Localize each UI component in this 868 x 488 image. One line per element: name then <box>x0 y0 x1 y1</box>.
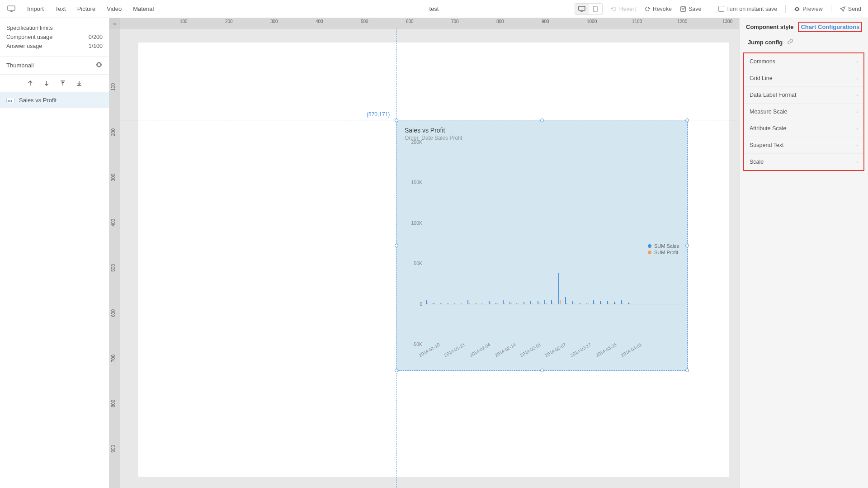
ruler-mark: 600 <box>406 19 414 24</box>
legend-label: SUM Sales <box>654 243 679 249</box>
chart-bar <box>530 301 531 303</box>
ruler-mark: 400 <box>111 219 116 227</box>
chart-bar <box>504 303 505 304</box>
move-to-top-icon[interactable] <box>59 79 67 87</box>
config-item[interactable]: Suspend Text› <box>744 137 863 154</box>
menu-text[interactable]: Text <box>55 5 66 12</box>
chart-bar <box>461 303 462 304</box>
ruler-mark: 300 <box>270 19 278 24</box>
y-tick: 0 <box>420 301 422 307</box>
legend-dot-icon <box>648 244 651 248</box>
config-item[interactable]: Data Label Format› <box>744 87 863 104</box>
ruler-mark: 200 <box>111 128 116 136</box>
menu-import[interactable]: Import <box>27 5 44 12</box>
revoke-button[interactable]: Revoke <box>644 6 672 12</box>
menu-picture[interactable]: Picture <box>77 5 95 12</box>
chevron-right-icon: › <box>856 92 858 98</box>
chart-bar <box>427 303 428 304</box>
chart-bar <box>516 303 517 304</box>
monitor-icon[interactable] <box>7 5 16 14</box>
visibility-icon[interactable] <box>95 62 103 69</box>
chart-bar <box>614 302 615 303</box>
component-usage-label: Component usage <box>6 34 52 40</box>
chart-bar <box>538 301 538 303</box>
revert-button[interactable]: Revert <box>611 6 636 12</box>
canvas-page[interactable]: (570,171) Sales vs Profit Order_Date Sal… <box>138 43 729 477</box>
instant-save-toggle[interactable]: Turn on instant save <box>718 6 778 12</box>
tab-component-style[interactable]: Component style <box>746 24 793 30</box>
resize-handle[interactable] <box>395 369 398 372</box>
chevron-right-icon: › <box>856 159 858 165</box>
ruler-mark: 100 <box>111 83 116 91</box>
y-tick: 50K <box>414 261 422 266</box>
resize-handle[interactable] <box>395 244 398 247</box>
chart-bar <box>539 303 540 304</box>
checkbox-icon <box>718 6 724 12</box>
chart-bar <box>551 300 552 303</box>
mobile-device-button[interactable] <box>589 4 602 14</box>
chart-bar <box>607 301 608 303</box>
move-down-icon[interactable] <box>42 79 51 87</box>
config-item[interactable]: Attribute Scale› <box>744 120 863 137</box>
ruler-mark: 700 <box>451 19 459 24</box>
chart-thumbnail-icon <box>6 98 14 103</box>
config-item-label: Attribute Scale <box>750 125 786 132</box>
ruler-mark: 1100 <box>632 19 642 24</box>
chart-bar <box>600 301 601 303</box>
config-item-label: Grid Line <box>750 75 773 81</box>
chart-bar <box>558 273 559 304</box>
config-item[interactable]: Commons› <box>744 53 863 70</box>
layer-name: Sales vs Profit <box>19 97 57 104</box>
config-item[interactable]: Measure Scale› <box>744 104 863 120</box>
layer-item[interactable]: Sales vs Profit <box>0 92 109 108</box>
y-tick: 200K <box>411 139 422 145</box>
ruler-mark: 200 <box>225 19 233 24</box>
resize-handle[interactable] <box>685 118 689 122</box>
config-item[interactable]: Scale› <box>744 154 863 170</box>
menu-video[interactable]: Video <box>107 5 122 12</box>
svg-rect-3 <box>681 6 686 11</box>
config-item-label: Commons <box>750 58 775 65</box>
x-tick: 2014-02-14 <box>494 342 516 358</box>
move-up-icon[interactable] <box>26 79 34 87</box>
desktop-device-button[interactable] <box>575 4 589 14</box>
resize-handle[interactable] <box>685 369 689 372</box>
chart-bar <box>628 303 629 304</box>
chart-bar <box>615 303 616 304</box>
config-item-label: Scale <box>750 159 764 165</box>
chart-legend: SUM Sales SUM Profit <box>648 242 679 256</box>
config-item-label: Measure Scale <box>750 109 787 115</box>
resize-handle[interactable] <box>685 244 689 247</box>
resize-handle[interactable] <box>540 118 544 122</box>
config-item[interactable]: Grid Line› <box>744 70 863 87</box>
send-button[interactable]: Send <box>840 6 861 12</box>
move-to-bottom-icon[interactable] <box>75 79 83 87</box>
chart-bar <box>495 303 496 303</box>
resize-handle[interactable] <box>395 118 398 122</box>
svg-rect-0 <box>8 6 15 10</box>
chevron-right-icon: › <box>856 76 858 81</box>
right-panel: Component style Chart Configurations Jum… <box>739 18 868 488</box>
save-button[interactable]: Save <box>680 6 702 12</box>
chart-subtitle: Order_Date Sales Profit <box>405 135 679 141</box>
svg-rect-2 <box>594 6 597 12</box>
link-icon[interactable] <box>787 38 793 46</box>
preview-button[interactable]: Preview <box>794 6 822 12</box>
chart-bar <box>447 303 448 304</box>
ruler-vertical[interactable]: 100200300400500600700800900 <box>109 29 120 488</box>
menu-material[interactable]: Material <box>133 5 154 12</box>
config-item-label: Suspend Text <box>750 142 784 148</box>
chart-bar <box>566 303 567 304</box>
chart-bar <box>490 303 491 304</box>
tab-chart-configurations[interactable]: Chart Configurations <box>801 24 859 30</box>
ruler-mark: 900 <box>542 19 549 24</box>
resize-handle[interactable] <box>540 369 544 372</box>
x-tick: 2014-03-17 <box>570 342 592 358</box>
chart-component[interactable]: Sales vs Profit Order_Date Sales Profit … <box>396 120 688 371</box>
canvas-area: ∞ 10020030040050060070080090010001100120… <box>109 18 739 488</box>
chart-bar <box>503 300 504 303</box>
chart-bar <box>601 303 602 304</box>
chart-bar <box>469 303 470 303</box>
ruler-horizontal[interactable]: 1002003004005006007008009001000110012001… <box>120 18 739 29</box>
chart-bar <box>565 297 566 303</box>
